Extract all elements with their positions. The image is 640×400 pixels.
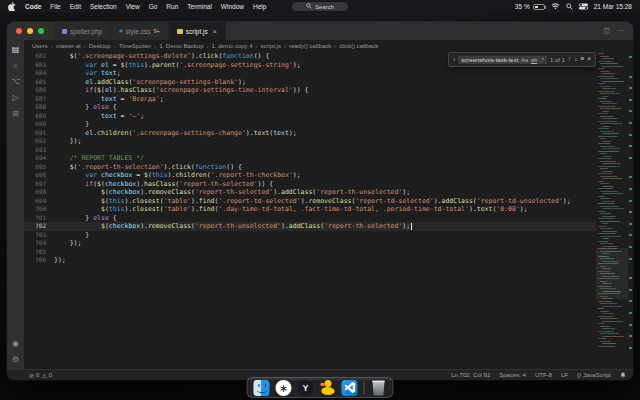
finder-dock-icon[interactable]	[254, 380, 270, 396]
breadcrumb-item[interactable]: 1. Demo Backup	[159, 43, 203, 49]
breadcrumb-item[interactable]: Desktop	[89, 43, 111, 49]
breadcrumb-item[interactable]: 1. demo copy 4	[212, 43, 253, 49]
tab-style.css[interactable]: #style.css9+	[111, 22, 169, 40]
code-line[interactable]: 685 el.addClass('screenpage-settings-bla…	[24, 78, 596, 87]
regex-toggle[interactable]: .*	[540, 57, 544, 63]
tab-close-icon[interactable]: ×	[213, 28, 217, 35]
code-line[interactable]: 698 $(checkbox).removeClass('report-th-s…	[24, 188, 596, 197]
code-line[interactable]: 692 });	[24, 137, 596, 146]
language-mode[interactable]: {} JavaScript	[577, 372, 611, 378]
apple-menu-icon[interactable]	[8, 2, 16, 12]
control-center-icon[interactable]	[579, 3, 588, 11]
menu-window[interactable]: Window	[221, 3, 244, 10]
breadcrumb-item[interactable]: ready() callback	[289, 43, 331, 49]
line-number[interactable]: 689	[24, 112, 54, 121]
find-close-button[interactable]: ×	[587, 56, 591, 63]
code-line[interactable]: 697 if($(checkbox).hasClass('report-th-s…	[24, 180, 596, 189]
cyberduck-dock-icon[interactable]	[320, 380, 336, 396]
run-debug-icon[interactable]: ▷	[12, 94, 18, 102]
find-previous-button[interactable]: ↑	[568, 56, 571, 63]
code-line[interactable]: 689 text = '—';	[24, 112, 596, 121]
line-number[interactable]: 692	[24, 137, 54, 146]
menu-file[interactable]: File	[50, 3, 60, 10]
line-number[interactable]: 688	[24, 103, 54, 112]
code-line[interactable]: 702 $(checkbox).removeClass('report-th-u…	[24, 222, 596, 231]
code-line[interactable]: 686 if($(el).hasClass('screenpage-settin…	[24, 86, 596, 95]
source-control-icon[interactable]: ⌥	[11, 78, 20, 86]
code-line[interactable]: 691 el.children('.screenpage-settings-ch…	[24, 129, 596, 138]
breadcrumb-item[interactable]: script.js	[261, 43, 281, 49]
line-number[interactable]: 700	[24, 205, 54, 214]
tab-spotter.php[interactable]: spotter.php	[54, 22, 111, 40]
zoom-window-button[interactable]	[38, 28, 44, 34]
line-number[interactable]: 691	[24, 129, 54, 138]
code-line[interactable]: 696 var checkbox = $(this).children('.re…	[24, 171, 596, 180]
code-line[interactable]: 684 var text;	[24, 69, 596, 78]
indentation[interactable]: Spaces: 4	[499, 372, 526, 378]
line-number[interactable]: 695	[24, 163, 54, 172]
minimap-slider[interactable]	[596, 248, 628, 299]
breadcrumb-item[interactable]: Users	[32, 43, 48, 49]
menu-view[interactable]: View	[126, 3, 140, 10]
line-number[interactable]: 690	[24, 120, 54, 129]
code-line[interactable]: 690 }	[24, 120, 596, 129]
breadcrumb-item[interactable]: master-al	[56, 43, 81, 49]
menu-edit[interactable]: Edit	[70, 3, 81, 10]
wifi-icon[interactable]	[551, 3, 560, 11]
line-number[interactable]: 687	[24, 95, 54, 104]
find-input[interactable]: screenshots-task-text Aa ab .*	[458, 56, 547, 64]
menu-help[interactable]: Help	[253, 3, 266, 10]
code-line[interactable]: 700 $(this).closest('table').find('.day-…	[24, 205, 596, 214]
line-number[interactable]: 686	[24, 86, 54, 95]
code-line[interactable]: 701 } else {	[24, 214, 596, 223]
code-line[interactable]: 694 /* REPORT TABLES */	[24, 154, 596, 163]
breadcrumb-item[interactable]: TimeSpotter	[119, 43, 151, 49]
y-app-dock-icon[interactable]: Y	[298, 380, 314, 396]
code-line[interactable]: 693	[24, 146, 596, 155]
find-next-button[interactable]: ↓	[574, 56, 577, 63]
vscode-dock-icon[interactable]	[342, 380, 358, 396]
whole-word-toggle[interactable]: ab	[531, 57, 537, 63]
search-icon[interactable]: ⌕	[13, 62, 17, 70]
notifications-bell-icon[interactable]	[620, 372, 626, 378]
menubar-search-pill[interactable]: Search	[292, 2, 348, 11]
line-number[interactable]: 703	[24, 231, 54, 240]
account-icon[interactable]: ◉	[12, 340, 19, 348]
find-in-selection-button[interactable]: ≡	[580, 56, 584, 63]
explorer-icon[interactable]: ▤	[12, 46, 20, 54]
code-line[interactable]: 688 } else {	[24, 103, 596, 112]
line-number[interactable]: 683	[24, 61, 54, 70]
code-line[interactable]: 703 }	[24, 231, 596, 240]
code-line[interactable]: 704 });	[24, 239, 596, 248]
problems-indicator[interactable]: ⊘ 0 ⚠ 0	[29, 372, 52, 379]
more-actions-icon[interactable]: ⋯	[617, 27, 624, 35]
line-number[interactable]: 696	[24, 171, 54, 180]
line-number[interactable]: 706	[24, 256, 54, 265]
menu-terminal[interactable]: Terminal	[187, 3, 212, 10]
menu-run[interactable]: Run	[166, 3, 178, 10]
split-editor-icon[interactable]: ◫	[603, 27, 610, 35]
settings-gear-icon[interactable]: ⚙	[12, 356, 19, 364]
line-number[interactable]: 705	[24, 248, 54, 257]
menu-go[interactable]: Go	[149, 3, 158, 10]
code-line[interactable]: 699 $(this).closest('table').find('.repo…	[24, 197, 596, 206]
line-number[interactable]: 697	[24, 180, 54, 189]
line-number[interactable]: 699	[24, 197, 54, 206]
line-number[interactable]: 704	[24, 239, 54, 248]
tab-script.js[interactable]: script.js×	[169, 22, 226, 40]
menubar-clock[interactable]: 21 Mar 15:28	[594, 3, 632, 10]
code-line[interactable]: 687 text = 'Всегда';	[24, 95, 596, 104]
overview-ruler[interactable]	[628, 51, 633, 369]
eol-selector[interactable]: LF	[561, 372, 568, 378]
code-line[interactable]: 706});	[24, 256, 596, 265]
line-number[interactable]: 694	[24, 154, 54, 163]
cursor-position[interactable]: Ln 702, Col 92	[451, 372, 490, 378]
close-window-button[interactable]	[16, 28, 22, 34]
line-number[interactable]: 701	[24, 214, 54, 223]
encoding[interactable]: UTF-8	[535, 372, 552, 378]
menu-code[interactable]: Code	[25, 3, 41, 10]
spotlight-icon[interactable]	[566, 3, 573, 11]
line-number[interactable]: 682	[24, 52, 54, 61]
minimize-window-button[interactable]	[27, 28, 33, 34]
battery-indicator[interactable]: 35 %	[515, 3, 545, 10]
